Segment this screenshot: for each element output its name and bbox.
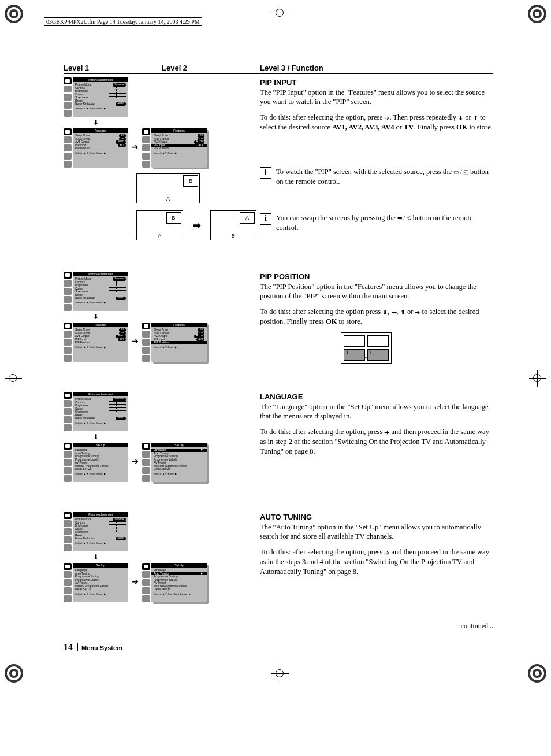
info-icon: i xyxy=(260,167,271,179)
level-header-row: Level 1 Level 2 Level 3 / Function xyxy=(64,64,493,74)
footer-title: Menu System xyxy=(81,644,122,651)
features-menu-l2-pippos: FeaturesSleep TimerOffAuto FormatOnAV3 O… xyxy=(142,323,207,362)
picture-adjustment-menu: Picture AdjustmentPicture ModePersonalCo… xyxy=(64,512,260,551)
page-content: Level 1 Level 2 Level 3 / Function Pictu… xyxy=(0,0,551,687)
svg-point-3 xyxy=(12,12,16,16)
pip-input-section: Picture AdjustmentPicture ModePersonalCo… xyxy=(64,77,493,244)
level2-heading: Level 2 xyxy=(162,64,260,72)
continued-label: continued... xyxy=(64,622,493,631)
right-arrow-icon: ➔ xyxy=(132,577,139,587)
down-arrow-icon: ⬇ xyxy=(90,554,102,561)
swap-arrow-icon: ➡ xyxy=(192,219,201,232)
auto-tuning-title: AUTO TUNING xyxy=(260,512,493,522)
down-arrow-icon: ⬇ xyxy=(90,313,102,320)
file-meta-header: 03GBKP44PX2U.fm Page 14 Tuesday, January… xyxy=(44,17,202,26)
screen-preview-box: B A xyxy=(136,173,200,203)
auto-tuning-diagram: Picture AdjustmentPicture ModePersonalCo… xyxy=(64,512,260,605)
crop-mark-icon xyxy=(5,370,22,387)
right-arrow-icon: ➔ xyxy=(132,336,139,346)
pip-input-desc: The "PIP Input" option in the "Features"… xyxy=(260,88,493,108)
picture-adjustment-menu: Picture AdjustmentPicture ModePersonalCo… xyxy=(64,77,260,117)
left-arrow-icon: ⬅ xyxy=(392,309,397,316)
pip-label: B xyxy=(189,178,192,184)
crop-mark-icon xyxy=(529,370,546,387)
svg-point-15 xyxy=(535,671,539,676)
auto-tuning-section: Picture AdjustmentPicture ModePersonalCo… xyxy=(64,512,493,605)
up-arrow-icon: ⬆ xyxy=(473,114,478,121)
language-section: Picture AdjustmentPicture ModePersonalCo… xyxy=(64,392,493,484)
pip-position-desc: The "PIP Position" option in the "Featur… xyxy=(260,282,493,302)
registration-mark-icon xyxy=(3,3,24,24)
right-arrow-icon: ➔ xyxy=(132,142,139,152)
svg-point-7 xyxy=(535,12,539,16)
main-label: A xyxy=(166,196,170,202)
registration-mark-icon xyxy=(527,3,548,24)
picture-adjustment-menu: Picture AdjustmentPicture ModePersonalCo… xyxy=(64,272,260,311)
swap-button-icon: ⇆ / ⟲ xyxy=(397,215,411,221)
pip-button-icon: ▭ / ◱ xyxy=(453,169,468,175)
setup-menu-l2-lang: Set UpLanguage▶Auto TuningProgramme Sort… xyxy=(142,443,207,482)
registration-mark-icon xyxy=(527,663,548,684)
setup-menu-l1: Set UpLanguageAuto TuningProgramme Sorti… xyxy=(64,443,128,482)
down-arrow-icon: ⬇ xyxy=(90,119,102,126)
pip-input-diagram: Picture AdjustmentPicture ModePersonalCo… xyxy=(64,77,260,244)
page-footer: 14 Menu System xyxy=(64,642,493,653)
right-arrow-icon: ➔ xyxy=(132,457,139,466)
right-arrow-icon: → xyxy=(364,335,369,342)
features-menu-l1: FeaturesSleep TimerOffAuto FormatOnAV3 O… xyxy=(64,323,128,362)
level3-heading: Level 3 / Function xyxy=(260,64,493,72)
info-swap: i You can swap the screens by pressing t… xyxy=(260,213,493,233)
crop-mark-icon xyxy=(271,665,289,683)
level1-heading: Level 1 xyxy=(64,64,162,72)
setup-menu-l1: Set UpLanguageAuto TuningProgramme Sorti… xyxy=(64,563,128,602)
language-desc: The "Language" option in the "Set Up" me… xyxy=(260,402,493,422)
registration-mark-icon xyxy=(3,663,24,684)
pip-input-title: PIP INPUT xyxy=(260,77,493,88)
language-diagram: Picture AdjustmentPicture ModePersonalCo… xyxy=(64,392,260,484)
up-arrow-icon: ⬆ xyxy=(400,309,405,316)
pip-position-title: PIP POSITION xyxy=(260,272,493,282)
auto-tuning-howto: To do this: after selecting the option, … xyxy=(260,547,493,577)
language-title: LANGUAGE xyxy=(260,392,493,402)
down-arrow-icon: ⬇ xyxy=(458,114,463,121)
pip-position-section: Picture AdjustmentPicture ModePersonalCo… xyxy=(64,272,493,364)
screen-preview-box-a: B A xyxy=(136,210,183,240)
auto-tuning-desc: The "Auto Tuning" option in the "Set Up"… xyxy=(260,522,493,542)
pip-position-quadrant-diagram: 1 1 → ← xyxy=(341,332,392,364)
features-menu-l1: FeaturesSleep TimerOffAuto FormatOnAV3 O… xyxy=(64,128,128,168)
info-watch-pip: i To watch the "PIP" screen with the sel… xyxy=(260,167,493,187)
screen-preview-box-b: A B xyxy=(210,210,257,240)
features-menu-l2-pipinput: FeaturesSleep TimerOffAuto FormatOnAV3 O… xyxy=(142,128,207,168)
down-arrow-icon: ⬇ xyxy=(90,433,102,440)
info-icon: i xyxy=(260,213,271,225)
pip-position-diagram: Picture AdjustmentPicture ModePersonalCo… xyxy=(64,272,260,364)
picture-adjustment-menu: Picture AdjustmentPicture ModePersonalCo… xyxy=(64,392,260,431)
page-number: 14 xyxy=(64,642,73,653)
pip-position-howto: To do this: after selecting the option p… xyxy=(260,307,493,327)
down-arrow-icon: ⬇ xyxy=(382,309,388,316)
svg-point-11 xyxy=(12,671,16,676)
setup-menu-l2-auto: Set UpLanguageAuto Tuning▶Programme Sort… xyxy=(142,563,207,602)
language-howto: To do this: after selecting the option, … xyxy=(260,427,493,457)
crop-mark-icon xyxy=(271,5,289,22)
left-arrow-icon: ← xyxy=(364,354,369,361)
pip-input-howto: To do this: after selecting the option, … xyxy=(260,113,493,132)
